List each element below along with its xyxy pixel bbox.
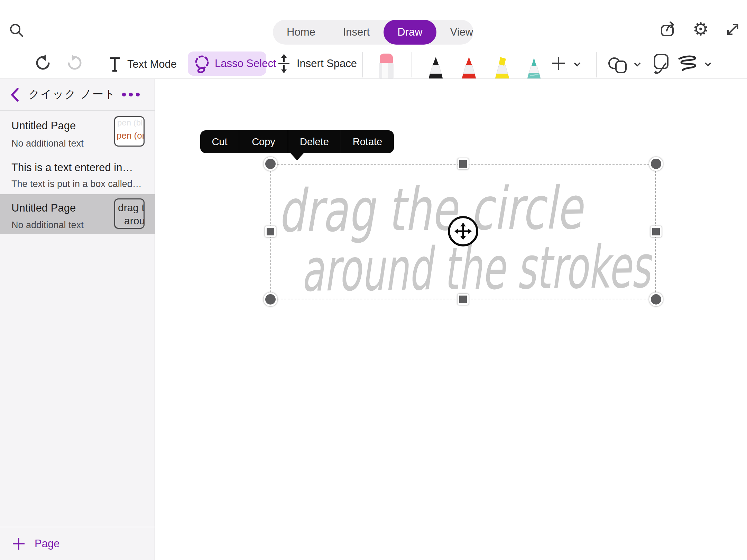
page-title: Untitled Page — [11, 120, 107, 132]
page-list-item[interactable]: This is a text entered in… The text is p… — [0, 155, 155, 194]
plus-icon — [12, 537, 26, 551]
svg-text:pen (ora: pen (ora — [117, 130, 144, 141]
teal-pen-icon[interactable] — [522, 57, 546, 78]
sidebar-header: クイック ノート — [0, 78, 155, 111]
lasso-select-button[interactable]: Lasso Select — [188, 52, 266, 76]
add-pen-icon[interactable] — [551, 55, 566, 71]
selection-handle-bottom-left[interactable] — [264, 292, 277, 306]
shapes-icon[interactable] — [607, 56, 630, 74]
selection-handle-top[interactable] — [458, 158, 469, 169]
toolbar-separator — [362, 52, 363, 77]
eraser-tool-icon[interactable] — [377, 54, 396, 78]
page-subtitle: No additional text — [11, 220, 107, 231]
page-subtitle: The text is put in a box called… — [11, 179, 147, 189]
move-selection-handle[interactable] — [448, 216, 478, 246]
page-title: Untitled Page — [11, 202, 107, 214]
undo-icon[interactable] — [33, 54, 52, 73]
context-menu-caret — [290, 152, 304, 160]
red-pen-icon[interactable] — [457, 57, 481, 78]
add-page-button[interactable]: Page — [0, 527, 155, 560]
insert-space-icon — [277, 53, 291, 75]
black-pen-icon[interactable] — [424, 57, 448, 78]
ink-annotate-icon[interactable] — [652, 53, 671, 75]
svg-text:arou: arou — [124, 215, 144, 226]
lasso-icon — [193, 54, 211, 73]
redo-icon[interactable] — [66, 54, 84, 73]
page-list-item[interactable]: Untitled Page No additional text pen (bl… — [0, 112, 155, 155]
selection-handle-bottom-right[interactable] — [649, 292, 663, 306]
tab-home[interactable]: Home — [273, 20, 329, 45]
page-sidebar: クイック ノート Untitled Page No additional tex… — [0, 78, 155, 560]
chevron-down-icon[interactable] — [634, 62, 641, 67]
text-mode-icon — [108, 56, 122, 73]
toolbar-separator — [98, 52, 98, 77]
fullscreen-icon[interactable] — [724, 21, 741, 38]
text-mode-button[interactable]: Text Mode — [108, 53, 177, 75]
rotate-menu-item[interactable]: Rotate — [341, 130, 394, 153]
note-canvas[interactable]: drag the circle around the strokes — [155, 78, 747, 560]
four-way-arrows-icon — [454, 222, 472, 241]
notebook-title: クイック ノート — [21, 78, 124, 110]
selection-handle-top-left[interactable] — [264, 157, 277, 171]
tab-insert[interactable]: Insert — [329, 20, 384, 45]
selection-handle-top-right[interactable] — [649, 157, 663, 171]
lasso-select-label: Lasso Select — [215, 57, 276, 70]
svg-text:drag t: drag t — [118, 202, 144, 213]
selection-handle-bottom[interactable] — [458, 294, 469, 305]
search-icon[interactable] — [8, 21, 26, 39]
page-title: This is a text entered in… — [11, 161, 147, 174]
gear-icon[interactable]: ⚙ — [690, 18, 711, 40]
tab-view[interactable]: View — [436, 20, 487, 45]
delete-menu-item[interactable]: Delete — [288, 130, 341, 153]
page-thumbnail: drag t arou — [114, 198, 145, 229]
insert-space-label: Insert Space — [297, 57, 357, 70]
ink-style-squiggle-icon[interactable] — [676, 55, 699, 74]
page-thumbnail: pen (bl pen (ora — [114, 116, 145, 147]
svg-text:pen (bl: pen (bl — [117, 118, 142, 127]
back-chevron-icon[interactable] — [9, 87, 21, 102]
more-options-icon[interactable] — [122, 93, 140, 96]
text-mode-label: Text Mode — [127, 58, 177, 71]
page-subtitle: No additional text — [11, 138, 107, 149]
selection-handle-left[interactable] — [265, 226, 276, 237]
header-bar: Home Insert Draw View ⚙ — [0, 0, 747, 79]
selection-context-menu: Cut Copy Delete Rotate — [200, 130, 394, 153]
onenote-app: Home Insert Draw View ⚙ — [0, 0, 747, 560]
chevron-down-icon[interactable] — [573, 62, 581, 67]
chevron-down-icon[interactable] — [704, 62, 712, 67]
yellow-highlighter-icon[interactable] — [490, 56, 514, 78]
ribbon-tabs: Home Insert Draw View — [273, 20, 473, 45]
cut-menu-item[interactable]: Cut — [200, 130, 239, 153]
copy-menu-item[interactable]: Copy — [239, 130, 288, 153]
insert-space-button[interactable]: Insert Space — [277, 52, 357, 75]
toolbar-separator — [412, 52, 412, 77]
add-page-label: Page — [35, 538, 59, 550]
page-list-item-selected[interactable]: Untitled Page No additional text drag t … — [0, 194, 155, 234]
selection-handle-right[interactable] — [651, 226, 662, 237]
tab-draw[interactable]: Draw — [384, 20, 436, 45]
share-icon[interactable] — [658, 20, 677, 39]
toolbar-separator — [596, 52, 597, 77]
